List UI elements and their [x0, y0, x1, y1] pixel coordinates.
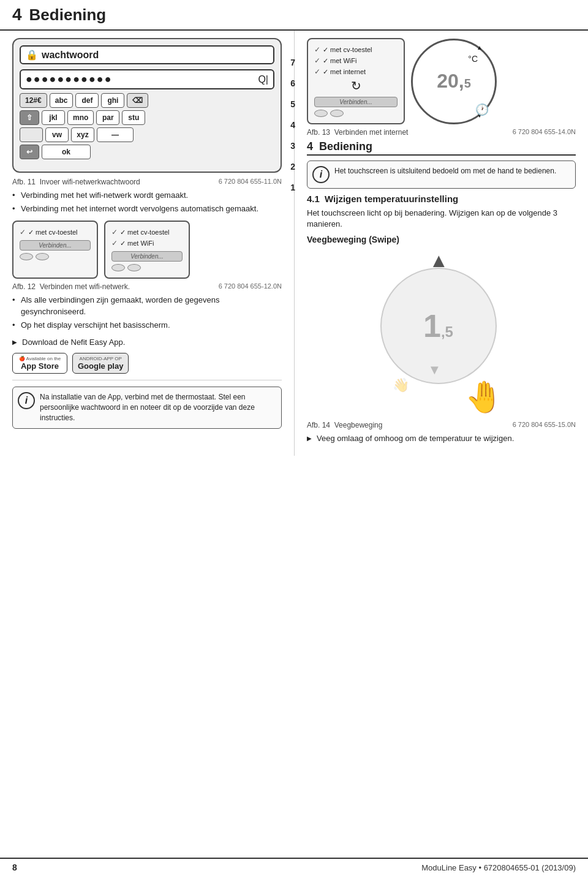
temp-arrows-up: ▲: [477, 44, 483, 51]
main-content: 🔒 wachtwoord ●●●●●●●●●●● Q| 12#€ abc def…: [0, 31, 588, 456]
screen1-line1: ✓ met cv-toestel: [28, 228, 78, 236]
subsection-4-1-title: Wijzigen temperatuurinstelling: [325, 194, 458, 204]
thermo-line1: ✓ ✓ met cv-toestel: [314, 45, 398, 54]
arrow-item-right-1: Veeg omlaag of omhoog om de temperatuur …: [307, 433, 576, 444]
info-box-left: i Na installatie van de App, verbind met…: [12, 387, 282, 428]
key-abc[interactable]: abc: [50, 93, 74, 108]
round-thermostat-container: ▲ 20, 5 °C ▼ 🕐: [411, 38, 497, 124]
divider-1: [12, 380, 282, 380]
key-vw[interactable]: vw: [45, 127, 69, 142]
page-footer: 8 ModuLine Easy • 6720804655-01 (2013/09…: [0, 858, 588, 876]
password-dots-row: ●●●●●●●●●●● Q|: [20, 69, 274, 89]
bullet-1: Verbinding met het wifi-netwerk wordt ge…: [12, 190, 282, 201]
subsection-4-1: 4.1 Wijzigen temperatuurinstelling Het t…: [307, 194, 576, 230]
num-2: 2: [290, 162, 295, 172]
key-12hash[interactable]: 12#€: [20, 93, 47, 108]
cursor-display: Q|: [258, 74, 268, 85]
check1: ✓: [20, 228, 26, 236]
keyboard-illustration: 🔒 wachtwoord ●●●●●●●●●●● Q| 12#€ abc def…: [12, 38, 282, 173]
fig13-label: Afb. 13 Verbinden met internet: [307, 128, 408, 137]
verbinden-btn-2[interactable]: Verbinden...: [111, 251, 183, 262]
swipe-label: Veegbeweging (Swipe): [307, 235, 576, 244]
key-mno[interactable]: mno: [67, 110, 94, 125]
rotate-icon: ↻: [314, 78, 398, 93]
temp-decimal: 5: [464, 77, 471, 91]
key-shift[interactable]: ⇧: [20, 110, 39, 125]
screen1-title: ✓ ✓ met cv-toestel: [20, 228, 91, 236]
connect-screen-1: ✓ ✓ met cv-toestel Verbinden...: [12, 221, 98, 279]
keyboard-rows: 12#€ abc def ghi ⌫ ⇧ jkl mno par stu: [20, 93, 274, 159]
key-empty: [20, 127, 43, 142]
bullet-list-2: Als alle verbindingen zijn gemaakt, word…: [12, 295, 282, 331]
fig12-label: Afb. 12 Verbinden met wifi-netwerk.: [12, 282, 130, 291]
key-stu[interactable]: stu: [122, 110, 145, 125]
kbd-row-4: ↩ ok: [20, 145, 274, 159]
app-buttons: 🍎 Available on the App Store ANDROID-APP…: [12, 353, 282, 374]
key-back[interactable]: ↩: [20, 145, 39, 159]
num-6: 6: [290, 78, 295, 88]
chapter-title: Bediening: [29, 6, 107, 25]
info-text-left: Na installatie van de App, verbind met d…: [40, 392, 276, 423]
bullet-3: Als alle verbindingen zijn gemaakt, word…: [12, 295, 282, 317]
key-backspace[interactable]: ⌫: [127, 93, 148, 108]
swipe-figure-area: ▲ 1 ,5 ▼ 🤚 👋: [307, 249, 576, 415]
info-box-right: i Het touchscreen is uitsluitend bedoeld…: [307, 160, 576, 189]
connect-circles-1: [20, 253, 91, 260]
temp-main: 20,: [437, 70, 464, 93]
swipe-temp-display: 1 ,5: [423, 308, 453, 344]
kbd-row-3: vw xyz —: [20, 127, 274, 142]
thermo-line2: ✓ ✓ met WiFi: [314, 56, 398, 65]
num-4: 4: [290, 120, 295, 130]
key-xyz[interactable]: xyz: [71, 127, 94, 142]
hand-swipe-icon: 🤚: [465, 379, 503, 415]
page-header: 4 Bediening: [0, 0, 588, 31]
verbinden-btn-1[interactable]: Verbinden...: [20, 240, 91, 251]
verbinden-right[interactable]: Verbinden...: [314, 97, 398, 107]
fig12-ref: 6 720 804 655-12.0N: [219, 282, 282, 291]
fig11-label: Afb. 11 Invoer wifi-netwerkwachtwoord: [12, 178, 140, 186]
bullet-list-1: Verbinding met het wifi-netwerk wordt ge…: [12, 190, 282, 214]
figure-11-caption: Afb. 11 Invoer wifi-netwerkwachtwoord 6 …: [12, 178, 282, 186]
apple-icon: 🍎 Available on the: [19, 356, 61, 361]
key-ghi[interactable]: ghi: [101, 93, 124, 108]
google-play-button[interactable]: ANDROID-APP OP Google play: [72, 353, 129, 374]
key-space[interactable]: —: [97, 127, 134, 142]
check2b: ✓: [111, 239, 118, 247]
num-5: 5: [290, 99, 295, 109]
thermo-line3: ✓ ✓ met internet: [314, 67, 398, 76]
swipe-temp-decimal: ,5: [441, 323, 453, 341]
key-jkl[interactable]: jkl: [42, 110, 65, 125]
circle-1b: [36, 253, 49, 260]
thermostat-round-display: ▲ 20, 5 °C ▼ 🕐: [411, 39, 497, 124]
number-labels: 7 6 5 4 3 2 1: [290, 58, 295, 192]
num-7: 7: [290, 58, 295, 67]
lock-icon: 🔒: [26, 49, 38, 61]
arrow-list-right: Veeg omlaag of omhoog om de temperatuur …: [307, 433, 576, 444]
screen2-line1: ✓ met cv-toestel: [120, 228, 170, 236]
section-4-heading: 4 Bediening: [307, 140, 576, 156]
kbd-row-2: ⇧ jkl mno par stu: [20, 110, 274, 125]
left-column: 🔒 wachtwoord ●●●●●●●●●●● Q| 12#€ abc def…: [0, 31, 294, 456]
google-play-small-label: ANDROID-APP OP: [80, 356, 122, 361]
screen2-title1: ✓ ✓ met cv-toestel: [111, 228, 183, 236]
connect-circles-2: [111, 264, 183, 271]
swipe-down-arrow: ▼: [428, 362, 442, 378]
subsection-4-1-num: 4.1: [307, 194, 320, 204]
section-4-title: Bediening: [319, 140, 372, 153]
thermostat-connect-screen: ✓ ✓ met cv-toestel ✓ ✓ met WiFi ✓ ✓ met …: [307, 38, 405, 124]
subsection-4-1-heading: 4.1 Wijzigen temperatuurinstelling: [307, 194, 576, 204]
bullet-2: Verbinding met het internet wordt vervol…: [12, 203, 282, 214]
app-store-button[interactable]: 🍎 Available on the App Store: [12, 353, 67, 374]
num-1: 1: [290, 183, 295, 192]
check2a: ✓: [111, 228, 118, 236]
password-dots: ●●●●●●●●●●●: [26, 73, 254, 86]
key-ok[interactable]: ok: [42, 145, 91, 159]
section-intro: Het touchscreen licht op bij benadering.…: [307, 208, 576, 230]
key-def[interactable]: def: [75, 93, 99, 108]
figure-14-caption: Afb. 14 Veegbeweging 6 720 804 655-15.0N: [307, 421, 576, 429]
info-text-right: Het touchscreen is uitsluitend bedoeld o…: [334, 166, 556, 183]
bullet-4: Op het display verschijnt het basisscher…: [12, 320, 282, 331]
clock-icon: 🕐: [475, 103, 489, 116]
fig11-ref: 6 720 804 655-11.0N: [219, 178, 282, 186]
key-par[interactable]: par: [96, 110, 119, 125]
